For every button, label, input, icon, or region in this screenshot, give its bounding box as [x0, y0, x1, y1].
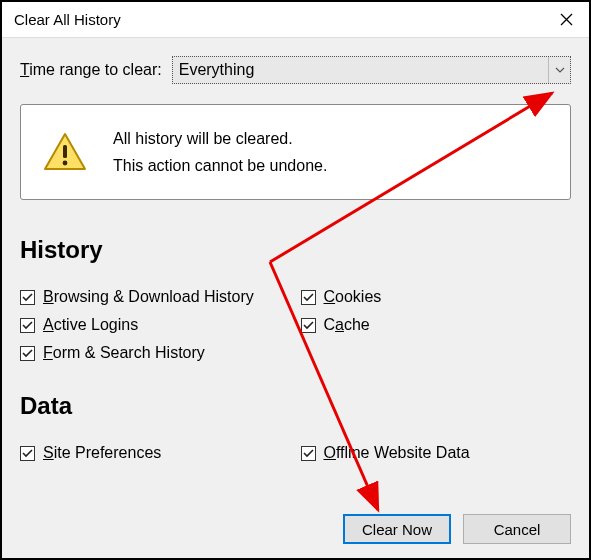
cancel-button[interactable]: Cancel [463, 514, 571, 544]
clear-history-dialog: Clear All History Time range to clear: E… [0, 0, 591, 560]
check-icon [303, 320, 314, 331]
check-icon [22, 320, 33, 331]
close-icon [560, 13, 573, 26]
data-checks: Site Preferences Offline Website Data [20, 444, 571, 462]
check-site-prefs[interactable]: Site Preferences [20, 444, 291, 462]
check-icon [22, 348, 33, 359]
chevron-down-icon [555, 67, 565, 73]
check-cookies[interactable]: Cookies [301, 288, 572, 306]
checkbox[interactable] [301, 446, 316, 461]
section-data-title: Data [20, 392, 571, 420]
checkbox[interactable] [20, 318, 35, 333]
dropdown-arrow [548, 57, 570, 83]
check-icon [303, 448, 314, 459]
check-form-search[interactable]: Form & Search History [20, 344, 291, 362]
svg-point-1 [63, 161, 68, 166]
check-cache[interactable]: Cache [301, 316, 572, 334]
button-row: Clear Now Cancel [20, 514, 571, 544]
dialog-body: Time range to clear: Everything All hist… [2, 38, 589, 558]
check-label: Cache [324, 316, 370, 334]
warning-line1: All history will be cleared. [113, 125, 327, 152]
titlebar: Clear All History [2, 2, 589, 38]
checkbox[interactable] [301, 318, 316, 333]
checkbox[interactable] [20, 290, 35, 305]
warning-icon [43, 132, 87, 172]
check-label: Browsing & Download History [43, 288, 254, 306]
close-button[interactable] [543, 2, 589, 38]
warning-text: All history will be cleared. This action… [113, 125, 327, 179]
check-icon [22, 448, 33, 459]
checkbox[interactable] [20, 446, 35, 461]
check-label: Cookies [324, 288, 382, 306]
history-checks: Browsing & Download History Cookies Acti… [20, 288, 571, 362]
timerange-label: Time range to clear: [20, 61, 162, 79]
section-history-title: History [20, 236, 571, 264]
check-active-logins[interactable]: Active Logins [20, 316, 291, 334]
check-icon [22, 292, 33, 303]
check-label: Active Logins [43, 316, 138, 334]
check-icon [303, 292, 314, 303]
window-title: Clear All History [14, 11, 543, 28]
check-label: Offline Website Data [324, 444, 470, 462]
checkbox[interactable] [301, 290, 316, 305]
timerange-selected-value: Everything [179, 61, 255, 79]
svg-rect-0 [63, 145, 67, 158]
warning-line2: This action cannot be undone. [113, 152, 327, 179]
check-offline-data[interactable]: Offline Website Data [301, 444, 572, 462]
check-label: Form & Search History [43, 344, 205, 362]
clear-now-button[interactable]: Clear Now [343, 514, 451, 544]
check-browsing[interactable]: Browsing & Download History [20, 288, 291, 306]
timerange-select[interactable]: Everything [172, 56, 571, 84]
warning-panel: All history will be cleared. This action… [20, 104, 571, 200]
timerange-row: Time range to clear: Everything [20, 56, 571, 84]
check-label: Site Preferences [43, 444, 161, 462]
checkbox[interactable] [20, 346, 35, 361]
